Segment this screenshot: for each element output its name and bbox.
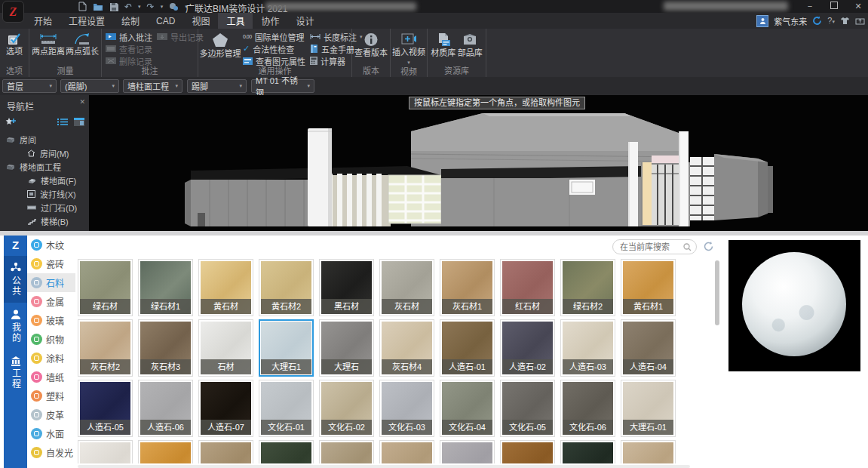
two-point-distance-button[interactable]: 两点距离	[32, 31, 65, 56]
menu-tab-工具[interactable]: 工具	[218, 13, 253, 29]
undo-caret-icon[interactable]: ▾	[138, 2, 141, 11]
nav-item-stairs[interactable]: 楼梯(B)	[0, 214, 89, 228]
minimize-button[interactable]: −	[805, 2, 815, 11]
redo-caret-icon[interactable]: ▾	[161, 2, 164, 11]
nav-item-floor[interactable]: 楼地面(F)	[0, 174, 89, 187]
material-大理石1[interactable]: 大理石1	[259, 319, 314, 377]
material-type-select[interactable]: MT 01 不锈钢▾	[251, 79, 314, 93]
nav-item-room[interactable]: 房间(M)	[0, 146, 89, 160]
material-黄石材1[interactable]: 黄石材1	[621, 259, 676, 316]
maximize-button[interactable]	[829, 2, 839, 11]
material-文化石-06[interactable]: 文化石-06	[560, 380, 615, 437]
nav-item-partial[interactable]	[0, 228, 89, 231]
material-文化石-01[interactable]: 文化石-01	[259, 380, 314, 437]
material-unlabeled[interactable]	[560, 440, 615, 463]
element-type-select[interactable]: 踢脚▾	[187, 79, 247, 93]
legality-check-button[interactable]: ✓ 合法性检查	[243, 43, 305, 54]
material-人造石-01[interactable]: 人造石-01	[440, 319, 495, 377]
new-view-icon[interactable]	[5, 116, 17, 127]
material-黑石材[interactable]: 黑石材	[319, 259, 374, 316]
menu-tab-工程设置[interactable]: 工程设置	[60, 13, 113, 29]
material-灰石材[interactable]: 灰石材	[379, 259, 434, 316]
user-avatar[interactable]	[756, 15, 768, 27]
nav-panel-close-icon[interactable]: ✕	[79, 98, 85, 106]
library-section-project[interactable]: 工程	[4, 349, 27, 396]
material-大理石[interactable]: 大理石	[319, 319, 374, 377]
material-人造石-05[interactable]: 人造石-05	[78, 380, 133, 437]
category-木纹[interactable]: 木纹	[27, 236, 75, 254]
app-logo[interactable]: Z	[2, 1, 24, 23]
nav-item-border-line[interactable]: 波打线(X)	[0, 187, 89, 201]
search-box[interactable]	[612, 239, 697, 254]
material-黄石材2[interactable]: 黄石材2	[259, 259, 314, 316]
material-unlabeled[interactable]	[500, 440, 555, 463]
material-绿石材2[interactable]: 绿石材2	[560, 259, 615, 316]
help-button[interactable]: ?▾	[827, 16, 835, 26]
export-records-button[interactable]: 导出记录	[157, 31, 204, 42]
material-红石材[interactable]: 红石材	[500, 259, 555, 316]
material-灰石材3[interactable]: 灰石材3	[138, 319, 193, 377]
list-view-icon[interactable]	[57, 118, 68, 126]
work-category-select[interactable]: 墙柱面工程▾	[123, 79, 182, 93]
menu-tab-绘制[interactable]: 绘制	[113, 13, 148, 29]
category-自发光[interactable]: 自发光	[27, 443, 75, 462]
menu-tab-开始[interactable]: 开始	[26, 13, 60, 29]
undo-icon[interactable]: ↶	[124, 2, 132, 11]
close-button[interactable]: ✕	[853, 2, 863, 11]
material-unlabeled[interactable]	[78, 440, 133, 463]
viewport[interactable]: 按鼠标左键指定第一个角点，或拾取构件图元 导航栏 ✕ 房间 房间(M) 楼地面工…	[0, 95, 868, 231]
material-文化石-04[interactable]: 文化石-04	[440, 380, 495, 437]
material-绿石材1[interactable]: 绿石材1	[138, 259, 193, 316]
category-涂料[interactable]: 涂料	[27, 349, 75, 368]
two-point-arc-length-button[interactable]: 两点弧长	[66, 31, 99, 56]
view-element-properties-button[interactable]: 查看图元属性	[243, 55, 305, 66]
material-unlabeled[interactable]	[621, 440, 676, 463]
material-library-button[interactable]: 材质库	[431, 31, 455, 57]
save-icon[interactable]	[109, 2, 118, 11]
material-人造石-04[interactable]: 人造石-04	[621, 319, 676, 377]
material-文化石-03[interactable]: 文化石-03	[379, 380, 434, 437]
polygon-manage-button[interactable]: 多边形管理	[200, 31, 241, 58]
view-version-button[interactable]: 查看版本	[354, 31, 388, 57]
category-墙纸[interactable]: 墙纸	[27, 368, 75, 386]
material-unlabeled[interactable]	[259, 440, 314, 463]
new-file-icon[interactable]	[78, 2, 87, 11]
category-玻璃[interactable]: 玻璃	[27, 311, 75, 330]
material-石材[interactable]: 石材	[198, 319, 253, 377]
menu-tab-CAD[interactable]: CAD	[148, 13, 183, 29]
category-水面[interactable]: 水面	[27, 424, 75, 443]
nav-item-threshold-stone[interactable]: 过门石(D)	[0, 201, 89, 214]
category-金属[interactable]: 金属	[27, 292, 75, 311]
collaborate-icon[interactable]	[169, 2, 179, 11]
library-section-public[interactable]: 公共	[4, 256, 27, 303]
material-文化石-02[interactable]: 文化石-02	[319, 380, 374, 437]
material-灰石材4[interactable]: 灰石材4	[379, 319, 434, 377]
material-灰石材2[interactable]: 灰石材2	[78, 319, 133, 377]
panel-view-icon[interactable]	[74, 118, 84, 126]
material-人造石-07[interactable]: 人造石-07	[198, 380, 253, 437]
material-黄石材[interactable]: 黄石材	[198, 259, 253, 316]
category-瓷砖[interactable]: 瓷砖	[27, 254, 75, 273]
vertical-scrollbar[interactable]	[715, 260, 719, 325]
subtype-select[interactable]: (踢脚)▾	[60, 79, 119, 93]
material-人造石-03[interactable]: 人造石-03	[560, 319, 615, 377]
insert-annotation-button[interactable]: 插入批注	[106, 31, 152, 42]
menu-tab-协作[interactable]: 协作	[253, 13, 287, 29]
nav-group-floor-works[interactable]: 楼地面工程	[0, 160, 89, 174]
category-皮革[interactable]: 皮革	[27, 405, 75, 424]
view-records-button[interactable]: 查看记录	[106, 43, 152, 54]
material-unlabeled[interactable]	[138, 440, 193, 463]
category-石料[interactable]: 石料	[27, 273, 75, 292]
material-绿石材[interactable]: 绿石材	[78, 259, 133, 316]
material-人造石-02[interactable]: 人造石-02	[500, 319, 555, 377]
theme-icon[interactable]	[840, 17, 850, 25]
horizontal-scrollbar[interactable]	[78, 465, 690, 468]
search-input[interactable]	[618, 242, 680, 252]
options-button[interactable]: 选项	[6, 31, 23, 56]
material-灰石材1[interactable]: 灰石材1	[440, 259, 495, 316]
delete-records-button[interactable]: 删除记录	[106, 55, 152, 66]
material-人造石-06[interactable]: 人造石-06	[138, 380, 193, 437]
component-library-button[interactable]: 部品库	[458, 31, 483, 57]
material-unlabeled[interactable]	[379, 440, 434, 463]
sync-icon[interactable]	[812, 16, 822, 26]
